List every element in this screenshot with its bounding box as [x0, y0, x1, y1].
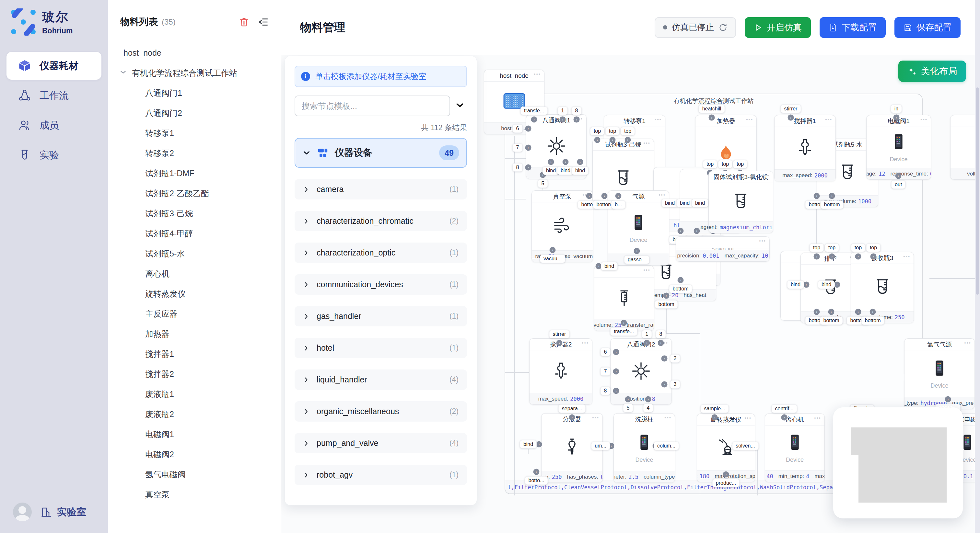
- lab-link[interactable]: 实验室: [40, 506, 86, 519]
- node-menu-icon[interactable]: •••: [825, 117, 832, 122]
- port-pill[interactable]: um...: [591, 442, 610, 450]
- node-card[interactable]: 固体试剂瓶3-氯化镁•••agent:magnesium_chloride: [708, 171, 773, 233]
- port-pill[interactable]: bottom: [655, 300, 678, 309]
- node-card[interactable]: 搅拌器2•••max_speed:2000: [529, 338, 592, 405]
- node-card[interactable]: 八通阀门2•••positions:8: [610, 338, 672, 405]
- node-menu-icon[interactable]: •••: [903, 254, 910, 259]
- node-menu-icon[interactable]: •••: [664, 415, 671, 420]
- port-pill[interactable]: bottom: [820, 316, 843, 325]
- port-pill[interactable]: centrif...: [772, 405, 797, 413]
- tree-item[interactable]: 试剂瓶1-DMF: [108, 163, 281, 183]
- search-input[interactable]: [294, 95, 450, 116]
- port-pill[interactable]: top: [605, 127, 620, 135]
- port-pill[interactable]: 8: [572, 106, 582, 115]
- tree-item[interactable]: 废液瓶1: [108, 384, 281, 404]
- avatar[interactable]: [13, 503, 32, 521]
- port-pill[interactable]: 7: [513, 143, 523, 152]
- port-pill[interactable]: 8: [513, 163, 523, 171]
- port-pill[interactable]: bind: [676, 199, 693, 207]
- node-menu-icon[interactable]: •••: [592, 415, 599, 420]
- port-pill[interactable]: bind: [662, 199, 678, 207]
- port-pill[interactable]: 2: [670, 354, 680, 363]
- tree-item[interactable]: 试剂瓶3-己烷: [108, 203, 281, 224]
- simulation-status[interactable]: 仿真已停止: [655, 17, 736, 38]
- port-pill[interactable]: 5: [538, 179, 548, 188]
- tree-item[interactable]: 搅拌器2: [108, 364, 281, 384]
- tree-item[interactable]: 八通阀门2: [108, 103, 281, 123]
- save-config-button[interactable]: 保存配置: [894, 17, 961, 38]
- category-row[interactable]: communication_devices(1): [294, 274, 467, 295]
- trash-icon[interactable]: [239, 17, 249, 27]
- sidebar-item-members[interactable]: 成员: [6, 111, 102, 139]
- port-pill[interactable]: bottom: [821, 200, 843, 209]
- port-pill[interactable]: produc...: [712, 479, 740, 487]
- port-pill[interactable]: stirrer: [781, 105, 801, 113]
- port-pill[interactable]: bottom: [861, 316, 885, 325]
- category-row[interactable]: characterization_optic(1): [294, 243, 467, 263]
- tree-item[interactable]: 废液瓶2: [108, 404, 281, 424]
- port-pill[interactable]: 7: [600, 367, 611, 376]
- category-row[interactable]: characterization_chromatic(2): [294, 211, 467, 231]
- tree-item[interactable]: 电磁阀1: [108, 424, 281, 444]
- tree-item[interactable]: 真空泵: [108, 484, 281, 504]
- port-pill[interactable]: solven...: [732, 442, 759, 450]
- node-menu-icon[interactable]: •••: [920, 117, 928, 122]
- node-menu-icon[interactable]: •••: [762, 173, 770, 178]
- port-pill[interactable]: top: [810, 244, 824, 252]
- port-pill[interactable]: 1: [558, 106, 568, 115]
- port-pill[interactable]: top: [718, 160, 732, 168]
- port-pill[interactable]: transfe...: [520, 106, 548, 115]
- node-card[interactable]: 离心机•••Devicetemp:40min_temp:4max_spe: [765, 414, 825, 482]
- tree-item[interactable]: 氢气电磁阀: [108, 464, 281, 484]
- sidebar-item-workflow[interactable]: 工作流: [6, 82, 102, 109]
- port-pill[interactable]: top: [590, 127, 605, 135]
- port-pill[interactable]: bottom: [669, 285, 692, 293]
- port-pill[interactable]: 5: [623, 404, 633, 412]
- tree-item[interactable]: 试剂瓶5-水: [108, 244, 281, 263]
- category-row[interactable]: robot_agv(1): [294, 465, 467, 485]
- port-pill[interactable]: bind: [787, 281, 804, 289]
- download-config-button[interactable]: 下载配置: [819, 17, 886, 38]
- port-pill[interactable]: 8: [600, 387, 611, 395]
- port-pill[interactable]: 8: [656, 330, 666, 338]
- tree-item[interactable]: 转移泵1: [108, 123, 281, 143]
- node-card[interactable]: 电磁阀1•••Devicevoltage:12response_time:0.1: [866, 115, 931, 180]
- tree-item[interactable]: 搅拌器1: [108, 344, 281, 364]
- tree-item[interactable]: 电磁阀2: [108, 444, 281, 464]
- port-pill[interactable]: top: [851, 244, 865, 252]
- tree-item[interactable]: 试剂瓶4-甲醇: [108, 224, 281, 244]
- port-pill[interactable]: bind: [572, 167, 589, 175]
- node-menu-icon[interactable]: •••: [643, 267, 651, 273]
- port-pill[interactable]: in: [891, 105, 902, 113]
- tree-item[interactable]: 主反应器: [108, 304, 281, 324]
- node-menu-icon[interactable]: •••: [582, 340, 589, 346]
- tree-item[interactable]: 转移泵2: [108, 143, 281, 163]
- tree-item[interactable]: 有机化学流程综合测试工作站: [108, 63, 281, 83]
- port-pill[interactable]: top: [733, 160, 747, 168]
- tree-item[interactable]: 离心机: [108, 263, 281, 284]
- start-simulation-button[interactable]: 开启仿真: [745, 17, 811, 38]
- node-menu-icon[interactable]: •••: [814, 415, 821, 420]
- port-pill[interactable]: 6: [513, 124, 523, 133]
- category-group-instruments[interactable]: 仪器设备 49: [294, 138, 467, 168]
- port-pill[interactable]: out: [891, 180, 905, 189]
- refresh-icon[interactable]: [719, 23, 727, 32]
- port-pill[interactable]: 1: [642, 330, 652, 338]
- category-row[interactable]: liquid_handler(4): [294, 370, 467, 390]
- category-row[interactable]: pump_and_valve(4): [294, 433, 467, 453]
- collapse-list-icon[interactable]: [258, 17, 269, 27]
- tree-item[interactable]: 加热器: [108, 324, 281, 344]
- port-pill[interactable]: 6: [600, 348, 611, 356]
- node-menu-icon[interactable]: •••: [643, 140, 651, 146]
- port-pill[interactable]: vacuu...: [540, 254, 565, 263]
- port-pill[interactable]: top: [703, 160, 717, 168]
- port-pill[interactable]: transfe...: [610, 327, 638, 336]
- node-menu-icon[interactable]: •••: [534, 71, 541, 77]
- sidebar-item-instruments[interactable]: 仪器耗材: [6, 52, 102, 80]
- port-pill[interactable]: top: [825, 244, 839, 252]
- tree-item[interactable]: 试剂瓶2-乙酸乙酯: [108, 183, 281, 203]
- port-pill[interactable]: separa...: [558, 405, 585, 413]
- port-pill[interactable]: sample...: [701, 405, 729, 413]
- port-pill[interactable]: 3: [670, 380, 680, 389]
- sidebar-item-experiments[interactable]: 实验: [6, 141, 102, 169]
